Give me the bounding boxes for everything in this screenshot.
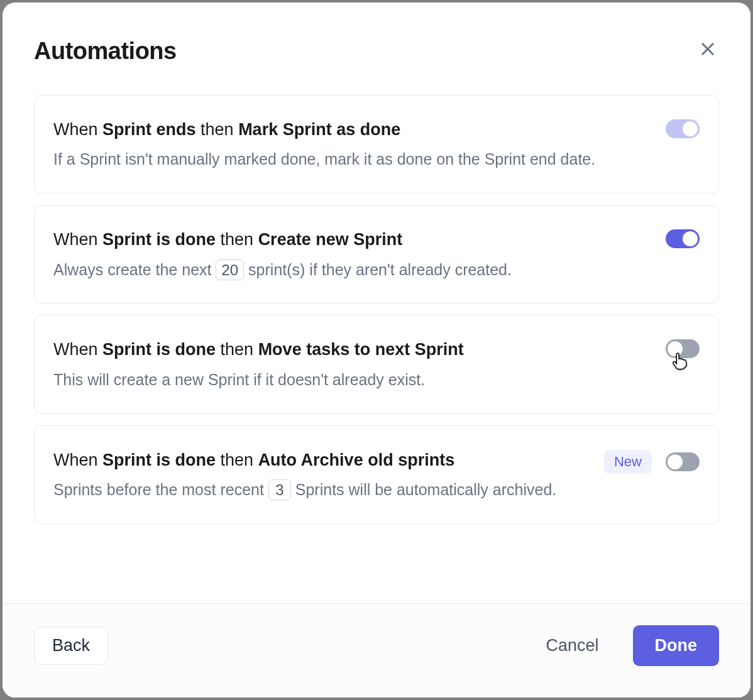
title-when: When	[53, 120, 102, 139]
toggle-wrap: New	[604, 449, 700, 474]
modal-title: Automations	[34, 38, 177, 65]
desc-post: sprint(s) if they aren't already created…	[244, 261, 512, 278]
title-action: Move tasks to next Sprint	[258, 340, 464, 359]
automation-toggle[interactable]	[666, 119, 700, 138]
modal-footer: Back Cancel Done	[3, 603, 750, 697]
desc-value-input[interactable]: 3	[268, 479, 291, 500]
back-button[interactable]: Back	[34, 626, 108, 665]
title-trigger: Sprint is done	[102, 230, 216, 249]
title-then: then	[216, 340, 258, 359]
automation-title: When Sprint is done then Create new Spri…	[53, 228, 651, 251]
title-then: then	[196, 120, 239, 139]
toggle-knob	[668, 341, 683, 356]
automation-title: When Sprint ends then Mark Sprint as don…	[53, 118, 651, 141]
automation-text: When Sprint is done then Move tasks to n…	[53, 338, 651, 391]
title-trigger: Sprint is done	[102, 451, 216, 469]
automation-card: When Sprint is done then Auto Archive ol…	[34, 425, 719, 524]
automation-description: Always create the next 20 sprint(s) if t…	[53, 258, 651, 282]
toggle-knob	[668, 454, 683, 469]
toggle-knob	[683, 231, 698, 246]
title-action: Mark Sprint as done	[238, 120, 400, 139]
automation-description: If a Sprint isn't manually marked done, …	[53, 147, 651, 172]
automation-toggle[interactable]	[666, 452, 700, 471]
automation-toggle[interactable]	[666, 229, 700, 248]
title-action: Create new Sprint	[258, 230, 403, 249]
title-then: then	[216, 451, 258, 469]
close-icon	[699, 40, 717, 60]
automation-description: Sprints before the most recent 3 Sprints…	[53, 478, 589, 502]
automations-modal: Automations When Sprint ends then Mark S…	[3, 3, 750, 697]
close-button[interactable]	[696, 38, 719, 62]
modal-body: Automations When Sprint ends then Mark S…	[3, 3, 750, 603]
automation-text: When Sprint is done then Auto Archive ol…	[53, 449, 589, 502]
title-trigger: Sprint ends	[102, 120, 196, 139]
title-when: When	[53, 451, 102, 469]
automation-text: When Sprint ends then Mark Sprint as don…	[53, 118, 651, 172]
automation-title: When Sprint is done then Auto Archive ol…	[53, 449, 589, 471]
title-when: When	[53, 340, 102, 359]
automation-card: When Sprint is done then Create new Spri…	[34, 205, 719, 304]
automation-card: When Sprint is done then Move tasks to n…	[34, 315, 719, 413]
modal-header: Automations	[34, 38, 719, 65]
title-then: then	[216, 230, 258, 249]
desc-pre: Always create the next	[53, 261, 216, 278]
automation-description: This will create a new Sprint if it does…	[53, 368, 651, 392]
title-when: When	[53, 230, 102, 249]
automation-text: When Sprint is done then Create new Spri…	[53, 228, 651, 282]
done-button[interactable]: Done	[633, 625, 720, 666]
toggle-wrap	[666, 118, 700, 138]
automation-card: When Sprint ends then Mark Sprint as don…	[34, 95, 719, 194]
desc-value-input[interactable]: 20	[216, 260, 244, 280]
new-badge: New	[604, 450, 652, 474]
desc-post: Sprints will be automatically archived.	[291, 481, 556, 498]
footer-left: Back	[34, 626, 108, 665]
toggle-wrap	[666, 228, 700, 248]
toggle-knob	[683, 121, 698, 136]
automation-title: When Sprint is done then Move tasks to n…	[53, 338, 651, 361]
cancel-button[interactable]: Cancel	[528, 627, 616, 664]
title-action: Auto Archive old sprints	[258, 451, 455, 469]
footer-right: Cancel Done	[528, 625, 719, 666]
automation-toggle[interactable]	[666, 339, 700, 358]
automation-list: When Sprint ends then Mark Sprint as don…	[34, 95, 719, 524]
desc-pre: Sprints before the most recent	[53, 481, 268, 498]
title-trigger: Sprint is done	[102, 340, 216, 359]
toggle-wrap	[666, 338, 700, 358]
